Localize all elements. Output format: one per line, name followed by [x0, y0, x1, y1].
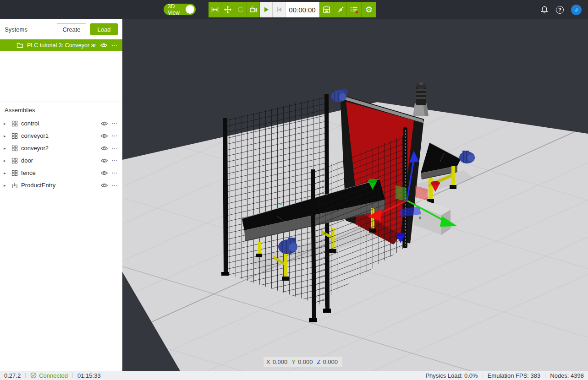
question-icon: ?: [558, 7, 561, 12]
simulation-timer: 00:00:00: [286, 2, 319, 17]
connected-check-icon: [30, 372, 37, 379]
separator: [25, 373, 26, 378]
move-icon: [224, 5, 232, 14]
assembly-grid-icon: [11, 170, 18, 176]
assembly-label: fence: [21, 169, 97, 176]
systems-header: Systems Create Load: [0, 19, 122, 39]
measure-button[interactable]: [209, 2, 221, 17]
gizmo-plane-yz[interactable]: [396, 185, 407, 201]
node-count: Nodes: 4398: [550, 372, 584, 379]
skip-to-start-button[interactable]: [273, 2, 286, 17]
visibility-eye-icon[interactable]: [100, 43, 108, 48]
assembly-row-fence[interactable]: ▸ fence ⋯: [0, 167, 122, 179]
measure-icon: [211, 5, 219, 14]
assembly-grid-icon: [11, 145, 18, 152]
settings-button[interactable]: ⚙: [362, 2, 376, 17]
camera-view-button[interactable]: [247, 2, 260, 17]
save-state-button[interactable]: [319, 2, 334, 17]
event-log-button[interactable]: [347, 2, 362, 17]
simulation-toolbar: 00:00:00 ⚙: [209, 2, 376, 17]
paintbrush-icon: [336, 5, 345, 14]
statusbar-right-group: Physics Load: 0.0% Emulation FPS: 383 No…: [425, 372, 584, 379]
assembly-row-conveyor2[interactable]: ▸ conveyor2 ⋯: [0, 142, 122, 154]
system-item-selected[interactable]: PLC tutorial 3: Conveyor and... ⋯: [0, 39, 122, 51]
user-avatar[interactable]: J: [571, 5, 582, 15]
assembly-menu-button[interactable]: ⋯: [111, 182, 118, 189]
expand-caret-icon[interactable]: ▸: [4, 146, 8, 151]
rotate-button[interactable]: [234, 2, 247, 17]
separator: [72, 373, 73, 378]
assembly-grid-icon: [11, 120, 18, 127]
assembly-grid-icon: [11, 157, 18, 164]
paint-button[interactable]: [334, 2, 347, 17]
assembly-grid-icon: [11, 133, 18, 139]
load-system-button[interactable]: Load: [90, 23, 118, 35]
visibility-eye-icon[interactable]: [100, 183, 108, 188]
emulation-fps: Emulation FPS: 383: [488, 372, 541, 379]
visibility-eye-icon[interactable]: [100, 121, 108, 126]
visibility-eye-icon[interactable]: [100, 146, 108, 151]
play-button[interactable]: [260, 2, 273, 17]
play-icon: [263, 6, 270, 13]
assembly-label: door: [21, 157, 97, 164]
expand-caret-icon[interactable]: ▸: [4, 183, 8, 188]
status-bar: 0.27.2 Connected 01:15:33 Physics Load: …: [0, 371, 588, 380]
skip-to-start-icon: [275, 6, 283, 13]
connection-status-label: Connected: [39, 372, 68, 379]
belt-sensor-dot: [280, 203, 282, 205]
left-sidebar: Systems Create Load PLC tutorial 3: Conv…: [0, 19, 122, 371]
assembly-row-productentry[interactable]: ▸ ProductEntry ⋯: [0, 179, 122, 191]
assembly-menu-button[interactable]: ⋯: [111, 120, 118, 127]
coord-z-value: 0.000: [323, 358, 338, 365]
expand-caret-icon[interactable]: ▸: [4, 158, 8, 163]
assembly-row-control[interactable]: ▸ control ⋯: [0, 117, 122, 130]
3d-view-toggle[interactable]: 3D View: [164, 4, 196, 15]
coord-z-label: Z: [317, 358, 320, 365]
save-icon: [322, 5, 331, 14]
separator: [545, 373, 545, 378]
gear-icon: ⚙: [365, 5, 373, 14]
move-button[interactable]: [221, 2, 234, 17]
3d-scene[interactable]: [122, 19, 588, 371]
visibility-eye-icon[interactable]: [100, 133, 108, 139]
camera-view-icon: [249, 5, 258, 14]
assemblies-title: Assemblies: [0, 102, 122, 117]
coord-x-label: X: [266, 358, 270, 365]
coordinate-readout: X 0.000 Y 0.000 Z 0.000: [264, 357, 342, 367]
3d-viewport[interactable]: X 0.000 Y 0.000 Z 0.000: [122, 19, 588, 371]
rotate-icon: [236, 5, 245, 14]
assembly-menu-button[interactable]: ⋯: [111, 132, 118, 139]
assembly-label: conveyor2: [21, 145, 97, 152]
assembly-label: control: [21, 120, 97, 127]
visibility-eye-icon[interactable]: [100, 170, 108, 176]
session-time: 01:15:33: [77, 372, 101, 379]
assembly-menu-button[interactable]: ⋯: [111, 157, 118, 164]
coord-y-label: Y: [291, 358, 296, 365]
coord-y-value: 0.000: [298, 358, 313, 365]
assembly-menu-button[interactable]: ⋯: [111, 145, 118, 152]
visibility-eye-icon[interactable]: [100, 158, 108, 163]
separator: [483, 373, 483, 378]
assembly-label: conveyor1: [21, 132, 97, 139]
assemblies-panel: Assemblies ▸ control ⋯ ▸: [0, 102, 122, 191]
expand-caret-icon[interactable]: ▸: [4, 134, 8, 138]
system-item-label: PLC tutorial 3: Conveyor and...: [27, 42, 96, 49]
bell-icon[interactable]: [540, 5, 549, 14]
help-button[interactable]: ?: [556, 6, 564, 14]
assembly-menu-button[interactable]: ⋯: [111, 169, 118, 176]
toggle-knob-icon[interactable]: [186, 5, 194, 14]
create-system-button[interactable]: Create: [57, 23, 86, 35]
product-entry-icon: [11, 182, 18, 189]
expand-caret-icon[interactable]: ▸: [4, 121, 8, 126]
top-bar: 3D View: [0, 0, 588, 19]
system-item-menu-button[interactable]: ⋯: [111, 42, 118, 49]
expand-caret-icon[interactable]: ▸: [4, 171, 8, 175]
event-log-icon: [349, 5, 359, 14]
topbar-right-group: ? J: [540, 0, 588, 19]
folder-icon: [16, 42, 23, 48]
assembly-row-conveyor1[interactable]: ▸ conveyor1 ⋯: [0, 130, 122, 142]
assembly-row-door[interactable]: ▸ door ⋯: [0, 154, 122, 167]
assembly-label: ProductEntry: [21, 182, 97, 189]
connection-status: Connected: [30, 372, 68, 379]
app-version: 0.27.2: [4, 372, 21, 379]
